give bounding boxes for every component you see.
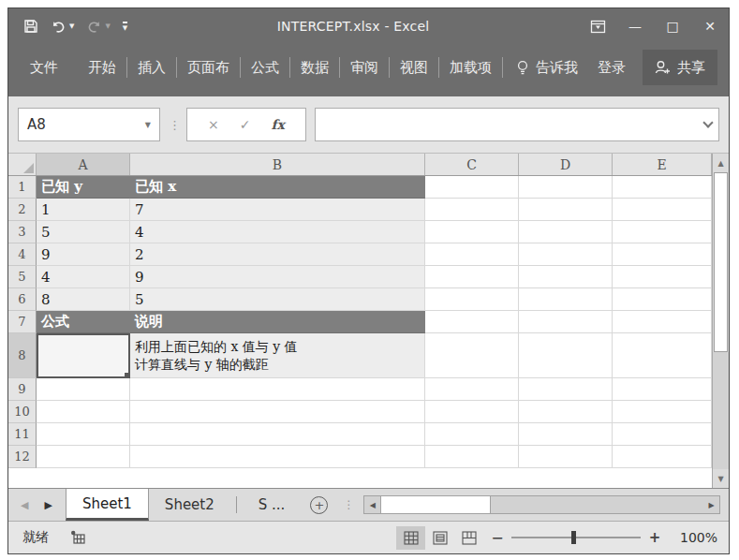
cell-E12[interactable] (613, 446, 712, 468)
page-break-preview-icon[interactable] (454, 526, 483, 550)
cell-D12[interactable] (519, 446, 613, 468)
cell-A12[interactable] (37, 446, 130, 468)
scroll-right-icon[interactable]: ▶ (703, 496, 719, 513)
cell-C2[interactable] (425, 199, 519, 221)
cell-C8[interactable] (425, 333, 519, 378)
cell-B2[interactable]: 7 (130, 199, 425, 221)
formula-input[interactable] (315, 108, 719, 141)
sign-in-button[interactable]: 登录 (598, 59, 626, 77)
page-layout-view-icon[interactable] (425, 526, 454, 550)
column-header-D[interactable]: D (519, 154, 613, 175)
cell-E11[interactable] (613, 423, 712, 446)
cell-C11[interactable] (425, 423, 519, 446)
ribbon-tab-2[interactable]: 开始 (78, 53, 126, 81)
tell-me-button[interactable]: 告诉我 (516, 59, 578, 77)
cell-A8[interactable] (37, 333, 130, 378)
ribbon-tab-6[interactable]: 数据 (290, 53, 339, 81)
zoom-out-icon[interactable]: − (483, 529, 511, 547)
cell-D2[interactable] (519, 199, 613, 221)
macro-record-icon[interactable] (70, 530, 86, 545)
cell-A11[interactable] (37, 423, 130, 446)
row-header-4[interactable]: 4 (8, 243, 37, 266)
column-header-B[interactable]: B (130, 154, 425, 175)
ribbon-tab-3[interactable]: 插入 (127, 53, 176, 81)
cell-E1[interactable] (613, 176, 712, 199)
ribbon-tab-9[interactable]: 加载项 (439, 53, 502, 81)
cell-B6[interactable]: 5 (130, 288, 425, 311)
name-box[interactable]: A8 ▼ (18, 108, 160, 141)
row-header-5[interactable]: 5 (8, 266, 37, 288)
enter-icon[interactable]: ✓ (240, 117, 251, 132)
cell-B12[interactable] (130, 446, 425, 468)
scroll-up-icon[interactable]: ▲ (713, 154, 729, 172)
cell-B4[interactable]: 2 (130, 243, 425, 266)
cell-B9[interactable] (130, 378, 425, 401)
cell-C9[interactable] (425, 378, 519, 401)
cell-D9[interactable] (519, 378, 613, 401)
cell-C5[interactable] (425, 266, 519, 288)
undo-icon[interactable]: ▼ (51, 20, 74, 34)
cell-A10[interactable] (37, 401, 130, 423)
name-box-dropdown-icon[interactable]: ▼ (145, 121, 151, 129)
cell-C12[interactable] (425, 446, 519, 468)
zoom-slider-thumb[interactable] (571, 531, 576, 544)
cell-D7[interactable] (519, 311, 613, 333)
cell-D11[interactable] (519, 423, 613, 446)
column-header-C[interactable]: C (425, 154, 519, 175)
maximize-icon[interactable]: □ (654, 8, 691, 44)
cell-C10[interactable] (425, 401, 519, 423)
sheet-tab-3[interactable]: S ... (243, 489, 302, 521)
minimize-icon[interactable]: — (616, 8, 654, 44)
scroll-left-icon[interactable]: ◀ (364, 496, 380, 513)
vertical-scroll-track[interactable] (713, 352, 729, 469)
tabbar-splitter-icon[interactable]: ⋮ (343, 498, 354, 511)
cell-E4[interactable] (613, 243, 712, 266)
cell-D10[interactable] (519, 401, 613, 423)
cell-E2[interactable] (613, 199, 712, 221)
cell-C3[interactable] (425, 221, 519, 243)
cell-D1[interactable] (519, 176, 613, 199)
formula-bar-splitter[interactable]: ⋮ (169, 118, 178, 132)
cell-B5[interactable]: 9 (130, 266, 425, 288)
row-header-11[interactable]: 11 (8, 423, 37, 446)
formula-bar-expand-icon[interactable] (702, 117, 713, 127)
cell-E9[interactable] (613, 378, 712, 401)
add-sheet-icon[interactable]: + (310, 496, 328, 514)
row-header-7[interactable]: 7 (8, 311, 37, 333)
insert-function-icon[interactable]: fx (272, 117, 285, 132)
cell-A4[interactable]: 9 (37, 243, 130, 266)
cell-D6[interactable] (519, 288, 613, 311)
zoom-in-icon[interactable]: + (641, 529, 669, 546)
cell-D4[interactable] (519, 243, 613, 266)
cell-E5[interactable] (613, 266, 712, 288)
cell-D3[interactable] (519, 221, 613, 243)
horizontal-scrollbar[interactable]: ◀ ▶ (363, 495, 720, 514)
share-button[interactable]: 共享 (643, 50, 717, 85)
cell-A9[interactable] (37, 378, 130, 401)
normal-view-icon[interactable] (396, 526, 425, 550)
cell-E7[interactable] (613, 311, 712, 333)
row-header-8[interactable]: 8 (8, 333, 37, 378)
ribbon-tab-5[interactable]: 公式 (241, 53, 289, 81)
row-header-3[interactable]: 3 (8, 221, 37, 243)
column-header-E[interactable]: E (613, 154, 712, 175)
zoom-slider[interactable] (511, 531, 641, 544)
ribbon-display-options-icon[interactable] (579, 8, 616, 44)
cell-E10[interactable] (613, 401, 712, 423)
cell-C7[interactable] (425, 311, 519, 333)
select-all-corner[interactable] (8, 154, 37, 175)
row-header-9[interactable]: 9 (8, 378, 37, 401)
ribbon-tab-4[interactable]: 页面布 (177, 53, 240, 81)
cell-C1[interactable] (425, 176, 519, 199)
next-sheet-icon[interactable]: ▶ (44, 499, 52, 511)
undo-dropdown-icon[interactable]: ▼ (69, 22, 74, 30)
close-icon[interactable]: ✕ (691, 8, 729, 44)
cell-E6[interactable] (613, 288, 712, 311)
column-header-A[interactable]: A (37, 154, 130, 175)
cell-A2[interactable]: 1 (37, 199, 130, 221)
cell-A3[interactable]: 5 (37, 221, 130, 243)
cell-B11[interactable] (130, 423, 425, 446)
cancel-icon[interactable]: × (208, 117, 219, 132)
vertical-scroll-thumb[interactable] (714, 172, 728, 352)
cell-B8[interactable]: 利用上面已知的 x 值与 y 值 计算直线与 y 轴的截距 (130, 333, 425, 378)
